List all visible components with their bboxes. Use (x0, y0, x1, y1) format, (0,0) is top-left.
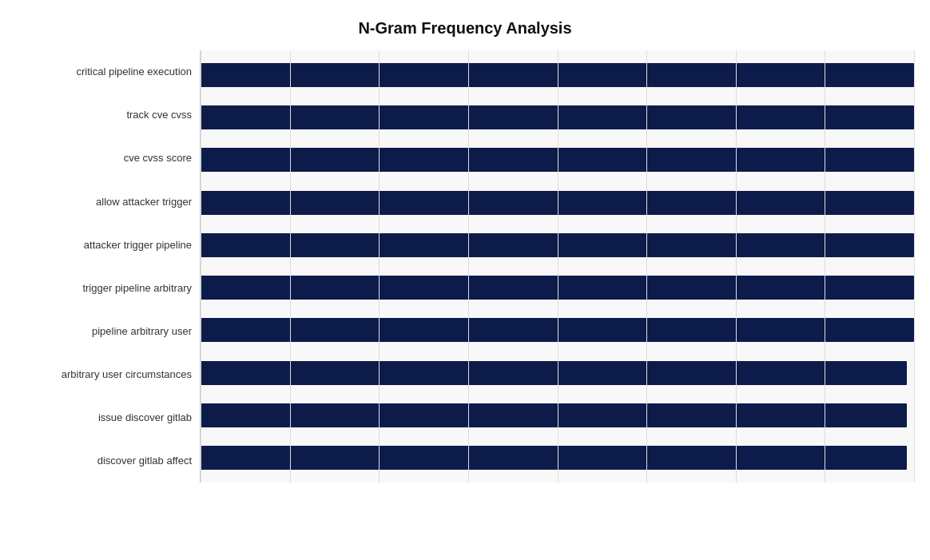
y-axis-label: attacker trigger pipeline (84, 239, 192, 252)
bar (201, 403, 907, 427)
bar (201, 361, 907, 385)
grid-line (201, 50, 201, 483)
grid-line (825, 50, 825, 483)
y-axis-label: arbitrary user circumstances (62, 368, 192, 381)
grid-line (558, 50, 558, 483)
grid-line (379, 50, 380, 483)
y-axis-label: discover gitlab affect (97, 455, 192, 467)
y-axis-label: track cve cvss (126, 109, 192, 121)
bars-and-grid (200, 50, 914, 483)
y-axis-label: allow attacker trigger (96, 196, 192, 209)
chart-container: N-Gram Frequency Analysis critical pipel… (0, 0, 930, 560)
y-axis-labels: critical pipeline executiontrack cve cvs… (16, 50, 200, 483)
grid-line (468, 50, 469, 483)
y-axis-label: critical pipeline execution (76, 66, 192, 78)
chart-title: N-Gram Frequency Analysis (16, 16, 914, 38)
bar (201, 446, 907, 470)
y-axis-label: issue discover gitlab (98, 411, 192, 424)
chart-area: critical pipeline executiontrack cve cvs… (16, 50, 914, 483)
grid-line (736, 50, 737, 483)
y-axis-label: pipeline arbitrary user (92, 325, 192, 338)
grid-line (290, 50, 291, 483)
y-axis-label: cve cvss score (124, 152, 192, 165)
grid-line (914, 50, 915, 483)
y-axis-label: trigger pipeline arbitrary (82, 282, 192, 295)
grid-line (646, 50, 647, 483)
